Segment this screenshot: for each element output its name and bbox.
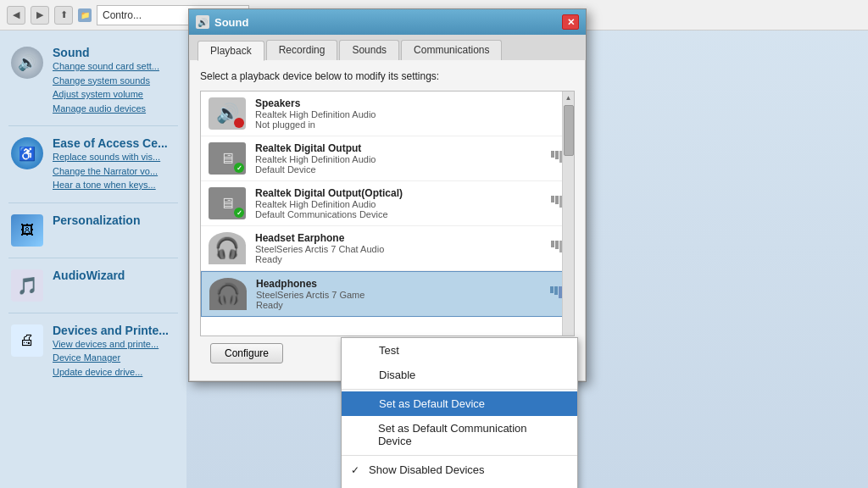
update-driver-link[interactable]: Update device drive... bbox=[53, 365, 169, 380]
sidebar-section-personalization: 🖼 Personalization bbox=[0, 207, 186, 254]
digital-output-status: Default Device bbox=[255, 164, 542, 175]
ctx-disable[interactable]: Disable bbox=[342, 363, 577, 387]
ctx-test-label: Test bbox=[379, 344, 399, 357]
address-text: Contro... bbox=[103, 9, 142, 21]
hear-tone-link[interactable]: Hear a tone when keys... bbox=[53, 178, 168, 192]
manage-audio-link[interactable]: Manage audio devices bbox=[53, 102, 159, 116]
personalization-content: Personalization bbox=[53, 214, 140, 227]
context-menu: Test Disable Set as Default Device Set a… bbox=[341, 337, 578, 488]
change-system-sounds-link[interactable]: Change system sounds bbox=[53, 74, 159, 88]
devices-content: Devices and Printe... View devices and p… bbox=[53, 324, 169, 380]
audiowizard-icon: 🎵 bbox=[10, 269, 44, 302]
ctx-test[interactable]: Test bbox=[342, 338, 577, 363]
tab-recording[interactable]: Recording bbox=[266, 40, 338, 60]
digital-output-icon: 🖥 ✓ bbox=[209, 142, 246, 175]
speakers-status: Not plugged in bbox=[255, 119, 567, 130]
audiowizard-content: AudioWizard bbox=[53, 269, 125, 282]
ctx-set-default-comm[interactable]: Set as Default Communication Device bbox=[342, 416, 577, 453]
scrollbar-thumb[interactable] bbox=[564, 105, 574, 156]
dialog-close-button[interactable]: ✕ bbox=[562, 14, 579, 30]
ease-icon: ♿ bbox=[11, 137, 43, 169]
adjust-volume-link[interactable]: Adjust system volume bbox=[53, 87, 159, 102]
narrator-link[interactable]: Change the Narrator vo... bbox=[53, 164, 168, 179]
device-list: 🔊 Speakers Realtek High Definition Audio… bbox=[200, 91, 575, 336]
speakers-icon: 🔊 bbox=[209, 97, 246, 130]
speakers-info: Speakers Realtek High Definition Audio N… bbox=[255, 97, 567, 130]
dialog-instruction: Select a playback device below to modify… bbox=[200, 70, 575, 82]
ctx-set-default[interactable]: Set as Default Device bbox=[342, 391, 577, 416]
ctx-separator-1 bbox=[342, 389, 577, 390]
divider-2 bbox=[8, 202, 178, 203]
ease-sidebar-icon: ♿ bbox=[10, 136, 44, 170]
audiowizard-img: 🎵 bbox=[11, 269, 43, 302]
device-list-scrollbar[interactable]: ▲ bbox=[562, 92, 574, 336]
sound-icon: 🔊 bbox=[11, 47, 43, 79]
change-sound-card-link[interactable]: Change sound card sett... bbox=[53, 59, 159, 74]
divider-3 bbox=[8, 258, 178, 258]
device-item-headset[interactable]: 🎧 Headset Earphone SteelSeries Arctis 7 … bbox=[201, 226, 574, 271]
sidebar-section-audiowizard: 🎵 AudioWizard bbox=[0, 262, 186, 309]
device-item-digital-output[interactable]: 🖥 ✓ Realtek Digital Output Realtek High … bbox=[201, 136, 574, 181]
dialog-title: Sound bbox=[214, 16, 248, 29]
digital-optical-info: Realtek Digital Output(Optical) Realtek … bbox=[255, 187, 542, 219]
green-check-2: ✓ bbox=[234, 208, 244, 218]
device-item-headphones[interactable]: 🎧 Headphones SteelSeries Arctis 7 Game R… bbox=[201, 271, 574, 317]
ctx-show-disabled[interactable]: ✓ Show Disabled Devices bbox=[342, 458, 577, 482]
digital-output-name: Realtek Digital Output bbox=[255, 142, 542, 154]
sound-sidebar-content: Sound Change sound card sett... Change s… bbox=[53, 46, 159, 115]
ctx-show-disabled-label: Show Disabled Devices bbox=[369, 463, 485, 476]
speakers-img: 🔊 bbox=[208, 97, 247, 130]
headset-img: 🎧 bbox=[208, 231, 247, 265]
speakers-name: Speakers bbox=[255, 97, 567, 109]
ease-sidebar-title: Ease of Access Ce... bbox=[53, 136, 168, 150]
headphones-icon: 🎧 bbox=[209, 278, 247, 310]
headset-name: Headset Earphone bbox=[255, 232, 542, 244]
forward-button[interactable]: ▶ bbox=[31, 6, 49, 25]
ease-sidebar-content: Ease of Access Ce... Replace sounds with… bbox=[53, 136, 168, 192]
ctx-show-disconnected[interactable]: ✓ Show Disconnected Devices bbox=[342, 482, 577, 488]
audiowizard-title: AudioWizard bbox=[53, 269, 125, 282]
digital-optical-name: Realtek Digital Output(Optical) bbox=[255, 187, 542, 199]
personalization-icon: 🖼 bbox=[10, 214, 44, 247]
sidebar-section-devices: 🖨 Devices and Printe... View devices and… bbox=[0, 317, 186, 386]
scroll-up-arrow[interactable]: ▲ bbox=[564, 92, 574, 103]
ctx-set-default-comm-label: Set as Default Communication Device bbox=[378, 422, 552, 447]
folder-icon: 📁 bbox=[78, 8, 92, 22]
green-check-1: ✓ bbox=[234, 163, 244, 173]
digital-output-sub: Realtek High Definition Audio bbox=[255, 154, 542, 164]
ctx-set-default-label: Set as Default Device bbox=[379, 397, 485, 410]
tab-communications[interactable]: Communications bbox=[401, 40, 502, 60]
headphones-info: Headphones SteelSeries Arctis 7 Game Rea… bbox=[256, 278, 542, 310]
dialog-body: Select a playback device below to modify… bbox=[189, 60, 586, 381]
digital-optical-icon: 🖥 ✓ bbox=[209, 187, 246, 219]
up-button[interactable]: ⬆ bbox=[54, 6, 73, 25]
device-manager-link[interactable]: Device Manager bbox=[53, 351, 169, 365]
headphones-status: Ready bbox=[256, 300, 542, 310]
sound-sidebar-title: Sound bbox=[53, 46, 159, 59]
dialog-titlebar: 🔊 Sound ✕ bbox=[189, 9, 586, 35]
sound-dialog: 🔊 Sound ✕ Playback Recording Sounds Comm… bbox=[188, 8, 587, 382]
divider-4 bbox=[8, 313, 178, 313]
sidebar: 🔊 Sound Change sound card sett... Change… bbox=[0, 30, 186, 488]
devices-icon: 🖨 bbox=[10, 324, 44, 358]
sidebar-section-sound: 🔊 Sound Change sound card sett... Change… bbox=[0, 39, 186, 122]
view-devices-link[interactable]: View devices and printe... bbox=[53, 337, 169, 352]
replace-sounds-link[interactable]: Replace sounds with vis... bbox=[53, 150, 168, 164]
digital-optical-sub: Realtek High Definition Audio bbox=[255, 199, 542, 209]
tab-sounds[interactable]: Sounds bbox=[339, 40, 399, 60]
digital-optical-status: Default Communications Device bbox=[255, 209, 542, 219]
configure-button[interactable]: Configure bbox=[210, 343, 283, 363]
device-item-digital-optical[interactable]: 🖥 ✓ Realtek Digital Output(Optical) Real… bbox=[201, 181, 574, 226]
device-item-speakers[interactable]: 🔊 Speakers Realtek High Definition Audio… bbox=[201, 92, 574, 136]
speakers-sub: Realtek High Definition Audio bbox=[255, 109, 567, 119]
headset-icon: 🎧 bbox=[209, 232, 246, 264]
divider-1 bbox=[8, 125, 178, 126]
headset-info: Headset Earphone SteelSeries Arctis 7 Ch… bbox=[255, 232, 542, 264]
personalization-img: 🖼 bbox=[11, 214, 43, 247]
tab-playback[interactable]: Playback bbox=[198, 41, 264, 61]
sidebar-section-ease: ♿ Ease of Access Ce... Replace sounds wi… bbox=[0, 130, 186, 199]
back-button[interactable]: ◀ bbox=[7, 6, 25, 25]
headphones-img: 🎧 bbox=[209, 277, 248, 311]
red-dot-icon bbox=[234, 118, 244, 128]
dialog-tabs: Playback Recording Sounds Communications bbox=[189, 35, 586, 60]
